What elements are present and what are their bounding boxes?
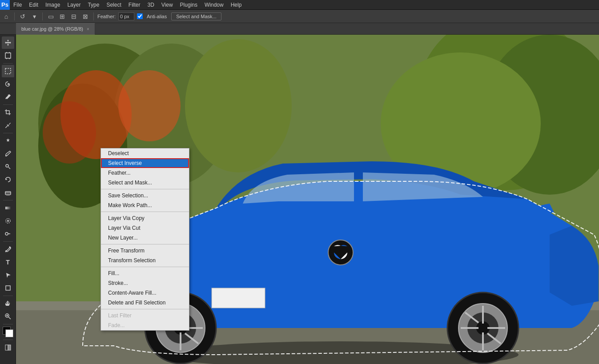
menu-image[interactable]: Image (42, 0, 64, 9)
ctx-sep-5 (101, 309, 189, 309)
lasso-icon: ↺ (18, 12, 27, 21)
hand-tool[interactable] (2, 297, 14, 310)
move-tool[interactable] (2, 36, 14, 49)
svg-point-62 (332, 244, 350, 261)
menu-type[interactable]: Type (84, 0, 103, 9)
canvas-area: Deselect Select Inverse Feather... Selec… (16, 35, 599, 364)
eraser-tool[interactable] (2, 186, 14, 199)
rectangular-marquee-tool[interactable] (2, 65, 14, 77)
magic-wand-tool[interactable] (2, 91, 14, 103)
svg-line-15 (8, 317, 11, 319)
ctx-save-selection[interactable]: Save Selection... (101, 191, 189, 200)
ctx-layer-via-copy[interactable]: Layer Via Copy (101, 213, 189, 223)
arrow-icon: ▾ (30, 12, 39, 21)
ctx-stroke[interactable]: Stroke... (101, 278, 189, 288)
ctx-new-layer[interactable]: New Layer... (101, 233, 189, 243)
ctx-sep-4 (101, 267, 189, 267)
options-bar: ⌂ ↺ ▾ ▭ ⊞ ⊟ ⊠ Feather: Anti-alias Select… (0, 10, 599, 23)
clone-tool[interactable] (2, 160, 14, 173)
select-mask-button[interactable]: Select and Mask... (171, 12, 221, 20)
svg-point-11 (7, 220, 9, 222)
menu-filter[interactable]: Filter (125, 0, 144, 9)
document-tab[interactable]: blue car.jpg @ 28% (RGB/8) × (16, 23, 95, 35)
rectangle-tool[interactable] (2, 282, 14, 294)
menu-items: File Edit Image Layer Type Select Filter… (10, 0, 245, 9)
home-icon: ⌂ (2, 12, 11, 21)
tab-title: blue car.jpg @ 28% (RGB/8) (21, 26, 83, 32)
svg-point-27 (43, 101, 96, 164)
ctx-free-transform[interactable]: Free Transform (101, 246, 189, 256)
separator-1 (14, 12, 15, 20)
feather-label: Feather: (97, 14, 116, 19)
ctx-delete-fill[interactable]: Delete and Fill Selection (101, 298, 189, 308)
blur-tool[interactable] (2, 215, 14, 227)
eyedropper-tool[interactable] (2, 119, 14, 132)
brush-tool[interactable] (2, 148, 14, 160)
ctx-make-work-path[interactable]: Make Work Path... (101, 200, 189, 210)
antialias-checkbox[interactable] (137, 13, 143, 19)
menubar: Ps File Edit Image Layer Type Select Fil… (0, 0, 599, 10)
tool-sep-7 (3, 324, 13, 324)
photoshop-logo: Ps (0, 0, 10, 10)
ctx-content-aware-fill[interactable]: Content-Aware Fill... (101, 288, 189, 298)
ctx-transform-selection[interactable]: Transform Selection (101, 256, 189, 265)
svg-point-6 (5, 155, 7, 156)
separator-2 (42, 12, 43, 20)
svg-rect-60 (212, 288, 265, 308)
ctx-fill[interactable]: Fill... (101, 268, 189, 278)
tool-sep-5 (3, 241, 13, 242)
gradient-tool[interactable] (2, 202, 14, 214)
menu-file[interactable]: File (10, 0, 25, 9)
tool-sep-3 (3, 133, 13, 133)
ctx-select-inverse[interactable]: Select Inverse (101, 158, 189, 168)
close-tab-button[interactable]: × (87, 27, 89, 32)
ctx-layer-via-cut[interactable]: Layer Via Cut (101, 223, 189, 233)
svg-point-24 (185, 39, 292, 172)
tool-sep-8 (3, 340, 13, 340)
ctx-deselect[interactable]: Deselect (101, 148, 189, 158)
path-selection-tool[interactable] (2, 269, 14, 281)
tab-bar: blue car.jpg @ 28% (RGB/8) × (0, 23, 599, 35)
ctx-last-filter: Last Filter (101, 311, 189, 320)
menu-plugins[interactable]: Plugins (177, 0, 201, 9)
toolbar: T (0, 35, 16, 364)
svg-point-12 (5, 232, 8, 235)
subtract-selection-icon[interactable]: ⊟ (69, 12, 78, 21)
background-color[interactable] (5, 329, 13, 337)
heal-tool[interactable] (2, 135, 14, 147)
dodge-tool[interactable] (2, 228, 14, 240)
intersect-selection-icon[interactable]: ⊠ (81, 12, 90, 21)
menu-view[interactable]: View (158, 0, 177, 9)
antialias-label: Anti-alias (147, 14, 167, 19)
pen-tool[interactable] (2, 243, 14, 256)
svg-rect-9 (5, 207, 11, 209)
zoom-tool[interactable] (2, 310, 14, 323)
svg-rect-18 (5, 345, 8, 350)
artboard-tool[interactable] (2, 49, 14, 62)
tool-sep-2 (3, 104, 13, 105)
lasso-tool[interactable] (2, 78, 14, 90)
ctx-select-mask[interactable]: Select and Mask... (101, 178, 189, 188)
type-tool[interactable]: T (2, 256, 14, 268)
menu-edit[interactable]: Edit (25, 0, 42, 9)
quick-mask-icon[interactable] (2, 341, 14, 354)
color-swatches[interactable] (2, 326, 14, 338)
history-brush-tool[interactable] (2, 173, 14, 186)
separator-3 (93, 12, 94, 20)
svg-rect-13 (6, 286, 10, 290)
menu-help[interactable]: Help (227, 0, 245, 9)
menu-layer[interactable]: Layer (64, 0, 84, 9)
feather-input[interactable] (118, 12, 134, 20)
tool-sep-4 (3, 200, 13, 200)
tool-sep-6 (3, 296, 13, 296)
menu-window[interactable]: Window (201, 0, 227, 9)
svg-rect-5 (5, 68, 11, 74)
new-selection-icon[interactable]: ▭ (46, 12, 55, 21)
menu-select[interactable]: Select (103, 0, 125, 9)
add-selection-icon[interactable]: ⊞ (58, 12, 67, 21)
ctx-sep-1 (101, 189, 189, 189)
crop-tool[interactable] (2, 106, 14, 119)
ctx-fade: Fade... (101, 320, 189, 330)
ctx-feather[interactable]: Feather... (101, 168, 189, 178)
menu-3d[interactable]: 3D (144, 0, 157, 9)
